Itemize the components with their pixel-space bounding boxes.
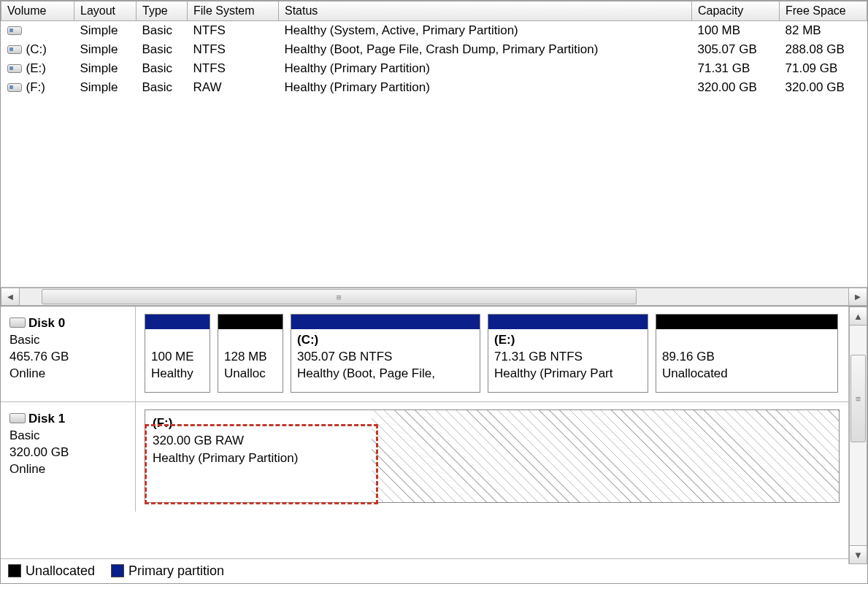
table-row[interactable]: (C:)SimpleBasicNTFSHealthy (Boot, Page F…: [1, 40, 867, 59]
disk-graphical-pane: Disk 0 Basic 465.76 GB Online 100 MEHeal…: [0, 307, 868, 584]
disk-icon: [9, 318, 26, 328]
volume-table: Volume Layout Type File System Status Ca…: [1, 1, 867, 97]
volume-icon: [7, 45, 22, 54]
col-layout[interactable]: Layout: [74, 1, 137, 21]
partition-body: 89.16 GBUnallocated: [656, 329, 837, 392]
table-row[interactable]: (F:)SimpleBasicRAWHealthy (Primary Parti…: [1, 78, 867, 97]
legend-swatch-blue-icon: [111, 564, 124, 577]
partition[interactable]: 128 MBUnalloc: [218, 314, 283, 393]
disk-info-1[interactable]: Disk 1 Basic 320.00 GB Online: [1, 402, 136, 512]
volume-icon: [7, 64, 22, 73]
partition-body: (C:)305.07 GB NTFSHealthy (Boot, Page Fi…: [291, 329, 480, 392]
col-status[interactable]: Status: [279, 1, 692, 21]
partition-bar: [656, 315, 837, 329]
table-row[interactable]: (E:)SimpleBasicNTFSHealthy (Primary Part…: [1, 59, 867, 78]
disk-map-1: (F:) 320.00 GB RAW Healthy (Primary Part…: [136, 402, 848, 512]
partition-title: (F:): [153, 416, 172, 430]
col-freespace[interactable]: Free Space: [780, 1, 867, 21]
col-type[interactable]: Type: [137, 1, 188, 21]
scroll-thumb[interactable]: ≡: [42, 289, 637, 304]
legend-swatch-black-icon: [8, 564, 21, 577]
legend-unallocated: Unallocated: [8, 563, 95, 579]
scroll-left-arrow-icon[interactable]: ◄: [1, 288, 20, 306]
partition-body: (E:)71.31 GB NTFSHealthy (Primary Part: [488, 329, 648, 392]
volume-icon: [7, 83, 22, 92]
partition-line2: Healthy (Primary Partition): [153, 451, 298, 465]
table-header-row: Volume Layout Type File System Status Ca…: [1, 1, 867, 21]
scroll-down-arrow-icon[interactable]: ▼: [849, 545, 867, 564]
disk-size: 320.00 GB: [9, 445, 69, 459]
partition-bar: [488, 315, 648, 329]
scroll-vthumb[interactable]: ≡: [850, 355, 866, 442]
partition-label-area: (F:) 320.00 GB RAW Healthy (Primary Part…: [145, 410, 372, 502]
partition[interactable]: (E:)71.31 GB NTFSHealthy (Primary Part: [488, 314, 648, 393]
disk-name: Disk 0: [28, 316, 65, 330]
col-filesystem[interactable]: File System: [188, 1, 279, 21]
partition[interactable]: (C:)305.07 GB NTFSHealthy (Boot, Page Fi…: [291, 314, 480, 393]
scroll-up-arrow-icon[interactable]: ▲: [849, 307, 867, 326]
scroll-vtrack[interactable]: ≡: [849, 326, 867, 545]
disk-state: Online: [9, 462, 45, 476]
partition-line1: 320.00 GB RAW: [153, 434, 244, 447]
disk-name: Disk 1: [28, 412, 65, 426]
partition-body: (F:) 320.00 GB RAW Healthy (Primary Part…: [145, 410, 839, 502]
disk-map-0: 100 MEHealthy128 MBUnalloc(C:)305.07 GB …: [136, 307, 848, 401]
partition-bar: [218, 315, 283, 329]
legend: Unallocated Primary partition: [1, 558, 848, 583]
disk-info-0[interactable]: Disk 0 Basic 465.76 GB Online: [1, 307, 136, 401]
partition-body: 128 MBUnalloc: [218, 329, 283, 392]
disk-size: 465.76 GB: [9, 350, 69, 363]
col-volume[interactable]: Volume: [1, 1, 74, 21]
partition[interactable]: 100 MEHealthy: [145, 314, 210, 393]
partition-body: 100 MEHealthy: [145, 329, 210, 392]
partition-bar: [291, 315, 480, 329]
vertical-scrollbar[interactable]: ▲ ≡ ▼: [848, 307, 867, 564]
legend-primary: Primary partition: [111, 563, 224, 579]
table-row[interactable]: SimpleBasicNTFSHealthy (System, Active, …: [1, 21, 867, 41]
disk-type: Basic: [9, 333, 40, 347]
scroll-right-arrow-icon[interactable]: ►: [848, 288, 867, 306]
scroll-track[interactable]: ≡: [20, 288, 848, 306]
volume-icon: [7, 26, 22, 35]
col-capacity[interactable]: Capacity: [692, 1, 780, 21]
partition-f[interactable]: (F:) 320.00 GB RAW Healthy (Primary Part…: [145, 409, 840, 503]
partition-bar: [145, 315, 210, 329]
volume-list-pane: Volume Layout Type File System Status Ca…: [0, 0, 868, 307]
disk-state: Online: [9, 366, 45, 380]
partition[interactable]: 89.16 GBUnallocated: [656, 314, 838, 393]
disk-type: Basic: [9, 428, 40, 442]
horizontal-scrollbar[interactable]: ◄ ≡ ►: [1, 287, 867, 306]
disk-row-1: Disk 1 Basic 320.00 GB Online (F:) 320.0…: [1, 402, 848, 512]
disk-row-0: Disk 0 Basic 465.76 GB Online 100 MEHeal…: [1, 307, 848, 402]
disk-icon: [9, 413, 26, 423]
